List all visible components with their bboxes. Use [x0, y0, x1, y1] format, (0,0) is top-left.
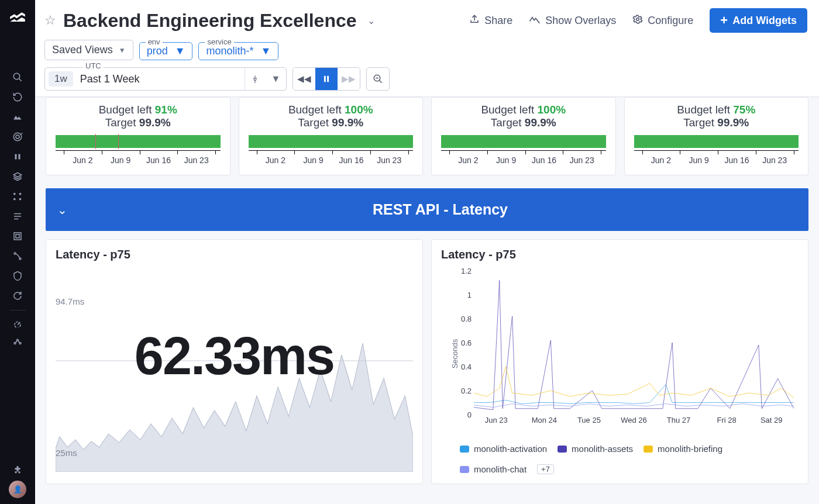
- x-axis-ticks: Jun 23Mon 24Tue 25Wed 26Thu 27Fri 28Sat …: [474, 416, 794, 426]
- avatar[interactable]: 👤: [9, 481, 26, 498]
- y-axis-ticks: 00.20.40.60.811.2: [453, 271, 472, 415]
- slo-budget-line: Budget left 100%: [441, 103, 606, 116]
- configure-button[interactable]: Configure: [632, 14, 693, 27]
- recent-icon[interactable]: [6, 88, 29, 106]
- rum-icon[interactable]: [6, 314, 29, 333]
- search-icon[interactable]: [6, 68, 29, 87]
- legend-item[interactable]: monolith-assets: [558, 444, 633, 454]
- widget-title: Latency - p75: [56, 248, 413, 261]
- slo-status-bar: [441, 135, 606, 148]
- legend-more-button[interactable]: +7: [537, 464, 554, 474]
- slo-target-line: Target 99.9%: [56, 116, 221, 129]
- security-icon[interactable]: [6, 267, 29, 285]
- service-dropdown[interactable]: service monolith-* ▼: [198, 42, 278, 60]
- chevron-down-icon[interactable]: ⌄: [57, 203, 67, 217]
- slo-status-bar: [56, 135, 221, 148]
- dashboards-icon[interactable]: [6, 108, 29, 126]
- network-icon[interactable]: [6, 187, 29, 206]
- svg-point-13: [14, 253, 16, 254]
- slo-card[interactable]: Budget left 100%Target 99.9%Jun 2Jun 9Ju…: [431, 97, 616, 175]
- legend-swatch: [460, 446, 469, 453]
- time-range-badge: 1w: [49, 71, 73, 87]
- svg-rect-12: [16, 234, 19, 238]
- pause-button[interactable]: [315, 68, 338, 90]
- dashboard-header: ☆ Backend Engineering Excellence ⌄ Share: [35, 0, 819, 97]
- zoom-out-button[interactable]: [366, 67, 390, 91]
- saved-views-dropdown[interactable]: Saved Views ▼: [44, 40, 133, 60]
- legend-item[interactable]: monolith-activation: [460, 444, 547, 454]
- ci-icon[interactable]: [6, 286, 29, 305]
- legend-item[interactable]: monolith-briefing: [644, 444, 722, 454]
- legend-swatch: [644, 446, 653, 453]
- title-dropdown-icon[interactable]: ⌄: [364, 12, 378, 30]
- synthetics-icon[interactable]: [6, 334, 29, 353]
- slo-budget-line: Budget left 91%: [56, 103, 221, 116]
- chart-plot-area: [474, 271, 794, 415]
- playback-controls: ◀◀ ▶▶: [292, 67, 360, 91]
- latency-timeseries-widget[interactable]: Latency - p75 Seconds 00.20.40.60.811.2 …: [431, 239, 808, 484]
- gear-icon: [632, 14, 643, 27]
- slo-target-line: Target 99.9%: [249, 116, 414, 129]
- legend-swatch: [460, 466, 469, 473]
- watchdog-icon[interactable]: [6, 147, 29, 166]
- chevron-down-icon[interactable]: ▼: [265, 68, 286, 90]
- legend-swatch: [558, 446, 567, 453]
- slo-status-bar: [249, 135, 414, 148]
- logs-icon[interactable]: [6, 207, 29, 226]
- y-axis-low-label: 25ms: [56, 448, 77, 458]
- svg-line-1: [19, 78, 22, 81]
- slo-axis: Jun 2Jun 9Jun 16Jun 23: [441, 150, 606, 167]
- share-icon: [469, 14, 480, 27]
- slo-budget-line: Budget left 100%: [249, 103, 414, 116]
- containers-icon[interactable]: [6, 227, 29, 246]
- chevron-down-icon: ▼: [175, 45, 185, 57]
- time-range-picker[interactable]: UTC 1w Past 1 Week ▼: [44, 67, 287, 91]
- svg-point-7: [19, 198, 22, 201]
- slo-card[interactable]: Budget left 91%Target 99.9%Jun 2Jun 9Jun…: [46, 97, 230, 175]
- svg-point-2: [13, 133, 22, 141]
- svg-line-16: [18, 323, 19, 325]
- plus-icon: +: [720, 13, 728, 28]
- big-number-value: 62.33ms: [135, 326, 334, 386]
- step-back-button[interactable]: ◀◀: [293, 68, 315, 90]
- chart-legend: monolith-activationmonolith-assetsmonoli…: [441, 444, 799, 474]
- target-icon[interactable]: [6, 127, 29, 146]
- page-title: Backend Engineering Excellence: [63, 10, 357, 32]
- section-header[interactable]: ⌄ REST API - Latency: [46, 188, 808, 231]
- chevron-down-icon: ▼: [261, 45, 271, 57]
- svg-line-24: [380, 80, 383, 83]
- slo-axis: Jun 2Jun 9Jun 16Jun 23: [56, 150, 221, 167]
- infra-icon[interactable]: [6, 167, 29, 186]
- slo-widget-row: Budget left 91%Target 99.9%Jun 2Jun 9Jun…: [46, 97, 808, 175]
- svg-point-4: [13, 193, 16, 195]
- svg-point-3: [16, 135, 19, 139]
- legend-item[interactable]: monolith-chat: [460, 464, 526, 474]
- svg-rect-22: [327, 76, 329, 82]
- pin-icon[interactable]: [245, 68, 265, 90]
- left-nav-rail: 👤: [0, 0, 35, 504]
- slo-axis: Jun 2Jun 9Jun 16Jun 23: [634, 150, 799, 167]
- star-icon[interactable]: ☆: [44, 13, 56, 28]
- svg-point-0: [13, 73, 20, 80]
- overlays-button[interactable]: Show Overlays: [529, 14, 616, 27]
- slo-card[interactable]: Budget left 100%Target 99.9%Jun 2Jun 9Ju…: [239, 97, 424, 175]
- slo-target-line: Target 99.9%: [634, 116, 799, 129]
- step-forward-button: ▶▶: [338, 68, 360, 90]
- latency-bignumber-widget[interactable]: Latency - p75 94.7ms 62.33ms 25ms: [46, 239, 423, 484]
- plugins-icon[interactable]: [6, 461, 29, 479]
- services-icon[interactable]: [6, 247, 29, 265]
- logo-icon[interactable]: [6, 5, 29, 27]
- y-axis-high-label: 94.7ms: [56, 296, 413, 306]
- overlays-icon: [529, 14, 541, 27]
- env-dropdown[interactable]: env prod ▼: [139, 42, 193, 60]
- slo-status-bar: [634, 135, 799, 148]
- slo-axis: Jun 2Jun 9Jun 16Jun 23: [249, 150, 414, 167]
- slo-budget-line: Budget left 75%: [634, 103, 799, 116]
- svg-rect-21: [324, 76, 326, 82]
- svg-point-20: [636, 18, 639, 20]
- share-button[interactable]: Share: [469, 14, 512, 27]
- add-widgets-button[interactable]: + Add Widgets: [710, 8, 807, 33]
- svg-point-5: [19, 193, 22, 195]
- svg-rect-11: [14, 233, 21, 240]
- slo-card[interactable]: Budget left 75%Target 99.9%Jun 2Jun 9Jun…: [624, 97, 809, 175]
